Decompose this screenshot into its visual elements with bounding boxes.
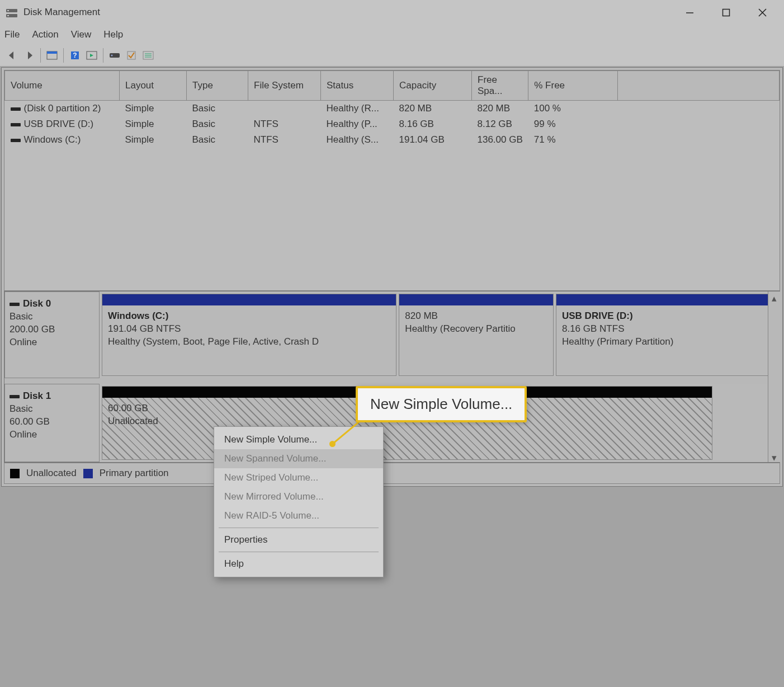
menu-file[interactable]: File [4,29,20,40]
back-icon[interactable] [4,48,20,63]
menu-item[interactable]: New Simple Volume... [214,430,383,449]
check-icon[interactable] [124,48,139,63]
col-header[interactable]: Capacity [394,71,472,101]
show-hide-pane-icon[interactable] [44,48,60,63]
volumes-table[interactable]: VolumeLayoutTypeFile SystemStatusCapacit… [4,70,780,291]
legend-unallocated: Unallocated [26,468,77,479]
svg-rect-3 [7,15,9,16]
col-header[interactable]: Free Spa... [472,71,528,101]
col-header[interactable]: Volume [5,71,120,101]
disk1-label[interactable]: Disk 1 Basic 60.00 GB Online [4,384,100,462]
menu-item: New RAID-5 Volume... [214,506,383,525]
table-row[interactable]: (Disk 0 partition 2)SimpleBasicHealthy (… [5,101,780,117]
col-header[interactable]: File System [248,71,321,101]
help-icon[interactable]: ? [67,48,83,63]
window-controls [672,1,781,25]
window-title: Disk Management [23,7,672,18]
maximize-button[interactable] [708,1,744,25]
refresh-icon[interactable] [84,48,100,63]
workspace: VolumeLayoutTypeFile SystemStatusCapacit… [1,67,783,487]
menu-item: New Striped Volume... [214,468,383,487]
menu-item: New Spanned Volume... [214,449,383,468]
disk-graphical-view: Disk 0 Basic 200.00 GB Online Windows (C… [4,291,780,463]
col-header[interactable]: Type [187,71,248,101]
col-header[interactable]: Layout [120,71,187,101]
menu-action[interactable]: Action [32,29,58,40]
col-header[interactable]: % Free [528,71,618,101]
context-menu[interactable]: New Simple Volume...New Spanned Volume..… [214,426,384,577]
svg-rect-2 [7,10,9,11]
attach-vhd-icon[interactable] [107,48,122,63]
partition[interactable]: USB DRIVE (D:)8.16 GB NTFSHealthy (Prima… [556,294,777,376]
partition[interactable]: 820 MBHealthy (Recovery Partitio [399,294,554,376]
scrollbar[interactable]: ▴ ▾ [768,291,780,462]
title-bar: Disk Management [0,0,784,25]
menu-item[interactable]: Help [214,554,383,573]
swatch-unallocated [10,469,20,478]
swatch-primary [83,469,93,478]
forward-icon[interactable] [21,48,37,63]
menu-view[interactable]: View [71,29,92,40]
callout: New Simple Volume... [356,386,527,422]
list-icon[interactable] [140,48,156,63]
menu-help[interactable]: Help [103,29,123,40]
disk-row-0: Disk 0 Basic 200.00 GB Online Windows (C… [4,291,780,378]
disk0-volumes: Windows (C:)191.04 GB NTFSHealthy (Syste… [100,291,780,378]
table-header[interactable]: VolumeLayoutTypeFile SystemStatusCapacit… [5,71,780,101]
legend-primary: Primary partition [100,468,169,479]
menu-bar: File Action View Help [0,25,784,45]
col-header[interactable]: Status [321,71,394,101]
svg-rect-9 [47,51,57,54]
callout-dot [329,441,336,447]
svg-marker-13 [90,54,93,57]
svg-text:?: ? [73,51,77,59]
col-header-filler[interactable] [618,71,780,101]
callout-label: New Simple Volume... [356,386,527,422]
table-row[interactable]: Windows (C:)SimpleBasicNTFSHealthy (S...… [5,132,780,148]
svg-rect-5 [723,9,730,16]
svg-point-15 [111,55,113,57]
menu-item: New Mirrored Volume... [214,487,383,506]
close-button[interactable] [744,1,781,25]
disk0-label[interactable]: Disk 0 Basic 200.00 GB Online [4,291,100,378]
app-icon [6,7,18,18]
menu-item[interactable]: Properties [214,530,383,549]
partition[interactable]: Windows (C:)191.04 GB NTFSHealthy (Syste… [102,294,396,376]
table-row[interactable]: USB DRIVE (D:)SimpleBasicNTFSHealthy (P.… [5,116,780,132]
minimize-button[interactable] [672,1,708,25]
toolbar: ? [0,45,784,66]
legend: Unallocated Primary partition [4,463,780,484]
